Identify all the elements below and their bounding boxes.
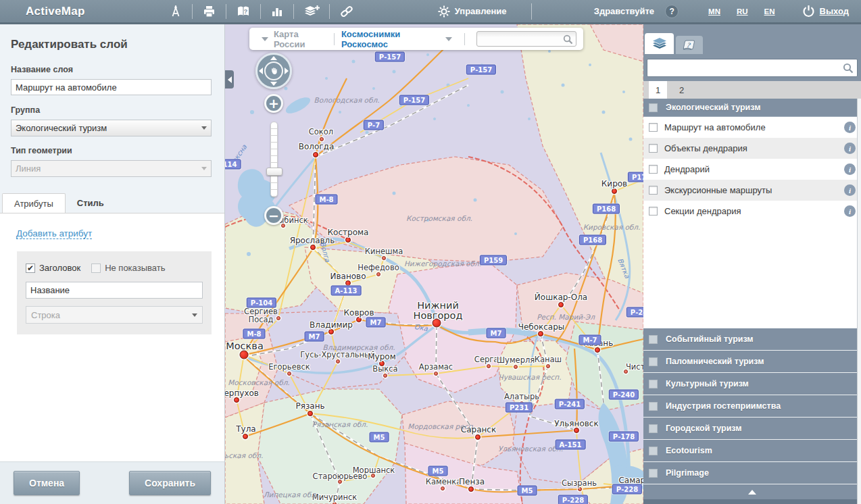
city-label: Алатырь: [504, 393, 539, 401]
management-menu[interactable]: Управление: [438, 5, 507, 18]
overlay-layer-switcher[interactable]: Космоснимки Роскосмос: [341, 29, 440, 49]
tab-layers[interactable]: [645, 33, 674, 54]
link-icon[interactable]: [330, 5, 364, 18]
zoom-slider-handle[interactable]: [266, 168, 282, 176]
layer-checkbox[interactable]: [649, 165, 658, 174]
add-attribute-link[interactable]: Добавить атрибут: [16, 228, 92, 239]
pan-control[interactable]: [255, 53, 292, 89]
info-icon[interactable]: i: [844, 184, 856, 196]
layer-group-5[interactable]: Городской туризм: [643, 418, 861, 440]
collapse-panel-button[interactable]: [225, 70, 234, 89]
map-canvas[interactable]: СоколВологдаРыбинскЯрославльКостромаКине…: [225, 24, 643, 504]
layer-item[interactable]: Объекты дендрарияi: [643, 138, 861, 159]
pan-hand-icon[interactable]: [264, 61, 283, 80]
layer-name-input[interactable]: [11, 79, 212, 95]
layer-checkbox[interactable]: [649, 144, 658, 153]
logout-button[interactable]: Выход: [802, 5, 849, 18]
city-label: Гусь-Хрустальный: [300, 351, 375, 359]
edit-layer-panel: Редактировать слой Название слоя Группа …: [0, 24, 225, 504]
layer-group-6[interactable]: Ecotourism: [643, 440, 861, 462]
page-tab-2[interactable]: 2: [672, 81, 691, 99]
hide-checkbox-label: Не показывать: [105, 263, 165, 273]
group-name: Индустрия гостеприимства: [666, 401, 781, 411]
search-icon[interactable]: [843, 63, 854, 74]
attribute-name-input[interactable]: [26, 282, 203, 299]
divider: [531, 3, 532, 20]
info-icon[interactable]: i: [844, 122, 856, 133]
zoom-slider[interactable]: [270, 122, 278, 197]
measure-icon[interactable]: [159, 5, 192, 18]
info-icon[interactable]: i: [844, 163, 856, 175]
pan-down-icon[interactable]: [270, 82, 277, 86]
group-checkbox[interactable]: [649, 103, 658, 112]
water-label: Ока: [414, 323, 428, 332]
zoom-out-button[interactable]: −: [264, 206, 283, 225]
base-layer-switcher[interactable]: Карта России: [274, 29, 327, 49]
group-checkbox[interactable]: [649, 335, 658, 344]
scrollbar-track[interactable]: [857, 99, 861, 504]
layer-group-2[interactable]: Паломнический туризм: [643, 351, 861, 373]
help-icon[interactable]: ?: [665, 5, 679, 18]
layer-checkbox[interactable]: [649, 123, 658, 132]
add-layer-icon[interactable]: [294, 5, 329, 18]
city-dot: [287, 372, 291, 376]
group-checkbox[interactable]: [649, 380, 658, 388]
scroll-up-button[interactable]: [643, 484, 861, 499]
layers-search-input[interactable]: [647, 59, 857, 76]
city-label: Тула: [236, 425, 255, 434]
info-icon[interactable]: i: [844, 205, 856, 217]
layer-group-4[interactable]: Индустрия гостеприимства: [643, 395, 861, 418]
save-button[interactable]: Сохранить: [129, 471, 211, 495]
search-icon[interactable]: [563, 34, 573, 45]
group-checkbox[interactable]: [649, 424, 658, 433]
layer-group-7[interactable]: Pilgrimage: [643, 462, 861, 484]
attributes-tab-content: Добавить атрибут ✔ Заголовок Не показыва…: [0, 213, 224, 461]
group-select[interactable]: Экологический туризм: [11, 120, 212, 136]
pan-right-icon[interactable]: [285, 68, 289, 74]
group-checkbox[interactable]: [649, 357, 658, 366]
layer-group-1[interactable]: Событийный туризм: [643, 328, 861, 351]
layer-checkbox[interactable]: [649, 186, 658, 195]
pan-up-icon[interactable]: [270, 56, 277, 60]
group-checkbox[interactable]: [649, 402, 658, 411]
road-badge: 114: [225, 159, 241, 170]
layer-group-0[interactable]: Экологический туризм: [643, 99, 861, 117]
header-checkbox-label: Заголовок: [39, 263, 80, 273]
header-checkbox[interactable]: ✔: [26, 263, 35, 273]
chevron-down-icon[interactable]: [262, 37, 268, 41]
group-name: Городской туризм: [666, 424, 742, 433]
road-badge: М7: [487, 328, 506, 338]
layer-item[interactable]: Маршрут на автомобилеi: [643, 117, 861, 138]
group-checkbox[interactable]: [649, 447, 658, 455]
zoom-in-button[interactable]: +: [264, 94, 283, 113]
management-label: Управление: [455, 6, 507, 16]
info-icon[interactable]: i: [844, 143, 856, 154]
tab-style[interactable]: Стиль: [66, 193, 116, 213]
city-dot: [514, 365, 518, 369]
print-icon[interactable]: [193, 5, 226, 18]
layer-group-3[interactable]: Культурный туризм: [643, 373, 861, 395]
map-search-input[interactable]: [477, 32, 576, 46]
statistics-icon[interactable]: [261, 5, 293, 18]
chevron-down-icon[interactable]: [445, 37, 452, 41]
cancel-button[interactable]: Отмена: [14, 471, 80, 495]
tab-legend[interactable]: ?: [676, 36, 703, 54]
pan-left-icon[interactable]: [259, 68, 263, 74]
layer-item[interactable]: Дендрарийi: [643, 159, 861, 180]
chevron-up-icon: [748, 490, 756, 495]
lang-mn[interactable]: MN: [708, 7, 720, 16]
layer-item[interactable]: Экскурсионные маршрутыi: [643, 180, 861, 201]
group-checkbox[interactable]: [649, 469, 658, 478]
layer-item[interactable]: Секции дендрарияi: [643, 201, 861, 222]
help-book-icon[interactable]: ?: [226, 5, 260, 18]
layer-name: Экскурсионные маршруты: [664, 185, 837, 195]
lang-en[interactable]: EN: [764, 7, 775, 16]
hide-checkbox[interactable]: [91, 263, 101, 273]
city-dot: [441, 486, 445, 490]
panel-title: Редактировать слой: [11, 38, 211, 51]
city-label: Староюрьево: [313, 472, 368, 480]
layer-checkbox[interactable]: [649, 207, 658, 216]
tab-attributes[interactable]: Атрибуты: [2, 193, 66, 213]
page-tab-1[interactable]: 1: [649, 81, 667, 99]
lang-ru[interactable]: RU: [737, 7, 748, 16]
